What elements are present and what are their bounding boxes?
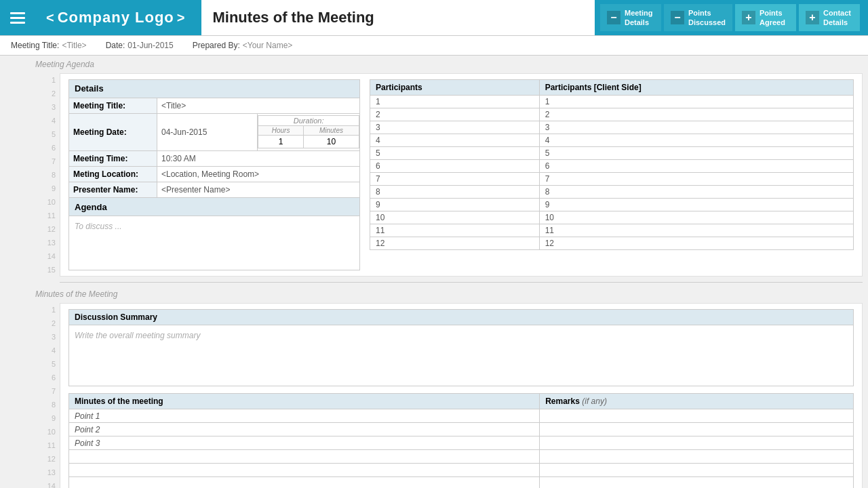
minutes-line-number: 3: [33, 330, 60, 344]
subheader: Meeting Title: <Title> Date: 01-Jun-2015…: [0, 35, 868, 56]
plus-icon: +: [742, 11, 755, 24]
page-title: Minutes of the Meeting: [201, 0, 594, 35]
minutes-line-number: 4: [33, 344, 60, 357]
minutes-point: [69, 477, 540, 489]
participant-number: 11: [370, 224, 540, 237]
participants-row: 1010: [370, 211, 854, 224]
contact-details-label: ContactDetails: [823, 8, 851, 28]
participant-number: 6: [370, 160, 540, 173]
minutes-point: Point 2: [69, 423, 540, 436]
minutes-line-numbers: 1234567891011121314151617181920: [33, 303, 60, 488]
minutes-line-number: 6: [33, 371, 60, 384]
minutes-row: [69, 477, 854, 489]
meeting-details-button[interactable]: − MeetingDetails: [600, 4, 661, 31]
agenda-content: To discuss ...: [69, 216, 360, 270]
minutes-row: Point 2: [69, 423, 854, 436]
hours-label: Hours: [258, 126, 304, 136]
nav-buttons: − MeetingDetails − PointsDiscussed + Poi…: [600, 4, 863, 31]
hamburger-icon: [10, 17, 25, 19]
details-header: Details: [69, 80, 360, 98]
scrollable-content[interactable]: Meeting Agenda 1 2 3 4 5 6 7 8 9 10: [33, 56, 868, 488]
participant-client: 8: [539, 186, 853, 199]
meeting-date-label: Meeting Date:: [69, 113, 157, 150]
participant-client: 5: [539, 147, 853, 160]
details-table: Details Meeting Title: <Title> Meeting D…: [68, 79, 360, 270]
header: < Company Logo > Minutes of the Meeting …: [0, 0, 868, 35]
meeting-time-label: Meeting Time:: [69, 150, 157, 166]
presenter-name-val: <Presenter Name>: [157, 182, 360, 198]
meeting-location-val: <Location, Meeting Room>: [157, 167, 360, 182]
participant-number: 1: [370, 96, 540, 108]
meeting-title-val: <Title>: [157, 98, 360, 113]
main-body: Meeting Agenda 1 2 3 4 5 6 7 8 9 10: [0, 56, 868, 488]
minutes-line-number: 13: [33, 466, 60, 479]
meeting-location-label: Meting Location:: [69, 167, 157, 182]
minutes-col1: Minutes of the meeting: [69, 394, 540, 409]
minutes-remark: [540, 409, 854, 423]
participant-number: 9: [370, 199, 540, 211]
participants-row: 55: [370, 147, 854, 160]
meeting-agenda-section: Meeting Agenda 1 2 3 4 5 6 7 8 9 10: [33, 56, 863, 277]
minutes-of-meeting-section: Minutes of the Meeting 12345678910111213…: [33, 285, 863, 488]
participants-row: 88: [370, 186, 854, 199]
prepared-by-label: Prepared By:: [193, 41, 240, 50]
participants-row: 77: [370, 173, 854, 186]
discussion-summary-header: Discussion Summary: [69, 310, 854, 325]
participant-client: 12: [539, 237, 853, 250]
meeting-details-label: MeetingDetails: [625, 8, 653, 28]
minutes-line-number: 14: [33, 479, 60, 488]
minutes-row: [69, 450, 854, 464]
points-discussed-label: PointsDiscussed: [688, 8, 726, 28]
date-label: Date:: [106, 41, 125, 50]
participant-number: 8: [370, 186, 540, 199]
participant-number: 4: [370, 134, 540, 147]
meeting-title-value: <Title>: [62, 41, 86, 50]
participant-client: 10: [539, 211, 853, 224]
presenter-name-label: Presenter Name:: [69, 182, 157, 198]
agenda-label: Agenda: [69, 198, 360, 216]
participant-client: 2: [539, 108, 853, 121]
minutes-table: Minutes of the meeting Remarks (if any) …: [68, 393, 854, 488]
minutes-remark: [540, 423, 854, 436]
meeting-time-val: 10:30 AM: [157, 150, 360, 166]
participant-number: 3: [370, 121, 540, 134]
logo-chevron-left: <: [46, 10, 55, 26]
participant-number: 2: [370, 108, 540, 121]
participants-row: 66: [370, 160, 854, 173]
logo-text: Company Logo: [58, 9, 174, 26]
minutes-point: Point 1: [69, 409, 540, 423]
hamburger-icon: [10, 12, 25, 14]
logo-chevron-right: >: [177, 10, 186, 26]
minutes-remark: [540, 450, 854, 464]
contact-details-button[interactable]: + ContactDetails: [799, 4, 860, 31]
participants-table: Participants Participants [Client Side] …: [370, 79, 854, 250]
participants-row: 99: [370, 199, 854, 211]
participants-row: 1111: [370, 224, 854, 237]
minutes-point: Point 3: [69, 436, 540, 450]
minutes-point: [69, 464, 540, 477]
minutes-row: [69, 464, 854, 477]
minutes-remark: [540, 436, 854, 450]
menu-button[interactable]: [5, 5, 30, 30]
agenda-line-numbers: 1 2 3 4 5 6 7 8 9 10 11 12 13 14: [33, 73, 60, 277]
participant-client: 9: [539, 199, 853, 211]
points-agreed-button[interactable]: + PointsAgreed: [735, 4, 796, 31]
minutes-line-number: 10: [33, 425, 60, 439]
minutes-line-number: 2: [33, 317, 60, 330]
participants-row: 44: [370, 134, 854, 147]
company-logo: < Company Logo >: [35, 5, 196, 30]
minutes-line-number: 7: [33, 384, 60, 398]
minutes-line-number: 12: [33, 452, 60, 466]
meeting-title-label: Meeting Title:: [11, 41, 59, 50]
participant-number: 12: [370, 237, 540, 250]
meeting-title-label-cell: Meeting Title:: [69, 98, 157, 113]
minutes-line-number: 1: [33, 303, 60, 317]
participant-client: 11: [539, 224, 853, 237]
meeting-date-val: 04-Jun-2015: [157, 113, 258, 150]
left-line-numbers: [0, 56, 33, 488]
discussion-summary-table: Discussion Summary Write the overall mee…: [68, 309, 854, 386]
participants-col2: Participants [Client Side]: [539, 80, 853, 96]
agenda-section-label: Meeting Agenda: [35, 60, 94, 69]
minutes-remark: [540, 464, 854, 477]
points-discussed-button[interactable]: − PointsDiscussed: [664, 4, 732, 31]
